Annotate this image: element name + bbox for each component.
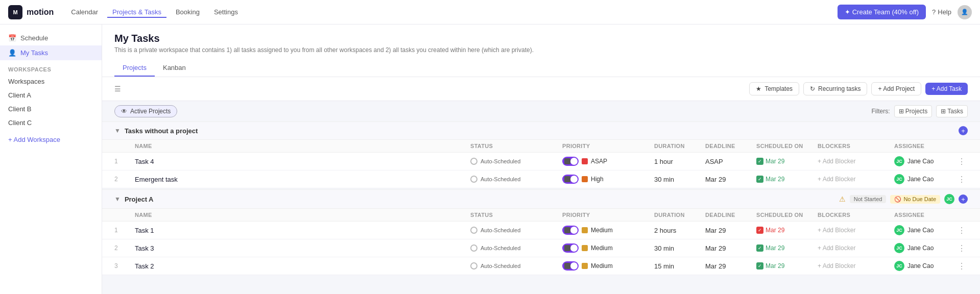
row-num-2: 2 [114, 176, 135, 183]
more-button[interactable]: ⋮ [955, 175, 968, 184]
sidebar-item-schedule[interactable]: 📅 Schedule [0, 31, 102, 45]
status-cell: Auto-Scheduled [470, 158, 562, 165]
more-button[interactable]: ⋮ [955, 157, 968, 166]
status-cell: Auto-Scheduled [470, 244, 562, 252]
priority-flag [582, 158, 588, 164]
toggle-switch[interactable] [562, 157, 579, 166]
more-button[interactable]: ⋮ [955, 261, 968, 271]
col-name-pa: Name [135, 212, 470, 218]
more-button[interactable]: ⋮ [955, 243, 968, 253]
sidebar-item-client-c[interactable]: Client C [0, 116, 102, 130]
toggle-switch[interactable] [562, 261, 579, 271]
help-link[interactable]: ? Help [932, 8, 951, 16]
active-projects-filter[interactable]: 👁 Active Projects [114, 105, 177, 117]
blocker-cell[interactable]: + Add Blocker [818, 262, 894, 270]
create-team-button[interactable]: ✦ Create Team (40% off) [838, 5, 926, 19]
status-circle[interactable] [470, 262, 477, 270]
blocker-cell[interactable]: + Add Blocker [818, 244, 894, 252]
refresh-icon: ↻ [810, 85, 815, 92]
task-name[interactable]: Emergent task [135, 176, 178, 183]
task-name[interactable]: Task 2 [135, 262, 154, 270]
task-name[interactable]: Task 1 [135, 227, 154, 234]
toggle-priority-cell: Medium [562, 226, 654, 235]
section-no-project-title: Tasks without a project [125, 127, 198, 135]
status-label: Auto-Scheduled [481, 158, 520, 164]
add-workspace-button[interactable]: + Add Workspace [0, 132, 102, 148]
col-priority: Priority [562, 143, 654, 149]
user-avatar[interactable]: 👤 [958, 5, 972, 19]
blocker-cell[interactable]: + Add Blocker [818, 227, 894, 234]
toolbar: ☰ ★ Templates ↻ Recurring tasks + Add Pr… [102, 77, 980, 101]
more-button[interactable]: ⋮ [955, 226, 968, 235]
section-toggle-project-a[interactable]: ▼ [114, 195, 121, 203]
status-label: Auto-Scheduled [481, 176, 520, 182]
nav-booking[interactable]: Booking [171, 6, 205, 18]
toggle-switch[interactable] [562, 175, 579, 184]
duration-cell: 15 min [654, 262, 705, 270]
col-blockers-pa: Blockers [818, 212, 894, 218]
status-cell: Auto-Scheduled [470, 176, 562, 183]
filter-tasks-button[interactable]: ⊞ Tasks [936, 105, 968, 117]
row-num: 1 [114, 227, 135, 234]
section-toggle-no-project[interactable]: ▼ [114, 127, 121, 134]
tab-projects[interactable]: Projects [114, 60, 155, 77]
nav-settings[interactable]: Settings [209, 6, 243, 18]
col-duration-pa: Duration [654, 212, 705, 218]
scheduled-cell: ✓ Mar 29 [756, 262, 818, 270]
logo-icon: M [8, 5, 22, 19]
filters-right: Filters: ⊞ Projects ⊞ Tasks [872, 105, 968, 117]
app-name: motion [27, 8, 54, 17]
blocker-cell[interactable]: + Add Blocker [818, 176, 894, 183]
table-header-no-project: Name Status Priority Duration Deadline S… [102, 140, 980, 153]
toggle-switch[interactable] [562, 243, 579, 253]
scheduled-value: Mar 29 [766, 244, 784, 252]
toggle-priority-cell: High [562, 175, 654, 184]
nav-calendar[interactable]: Calendar [66, 6, 103, 18]
priority-cell: Medium [582, 262, 613, 270]
filter-projects-button[interactable]: ⊞ Projects [894, 105, 933, 117]
scheduled-value: Mar 29 [766, 158, 784, 165]
check-icon: ✓ [756, 262, 763, 270]
status-circle[interactable] [470, 158, 477, 165]
section-add-button-project-a[interactable]: + [959, 194, 968, 204]
toggle-icon [564, 158, 570, 164]
col-priority-pa: Priority [562, 212, 654, 218]
scheduled-cell: ✓ Mar 29 [756, 244, 818, 252]
recurring-tasks-button[interactable]: ↻ Recurring tasks [803, 82, 867, 95]
task-name[interactable]: Task 3 [135, 244, 154, 252]
priority-label: Medium [591, 262, 613, 270]
col-name: Name [135, 143, 470, 149]
col-deadline: Deadline [705, 143, 756, 149]
blocker-cell[interactable]: + Add Blocker [818, 158, 894, 165]
assignee-name: Jane Cao [907, 262, 934, 270]
nav-projects-tasks[interactable]: Projects & Tasks [107, 6, 166, 18]
assignee-avatar: JC [894, 243, 904, 253]
task-name[interactable]: Task 4 [135, 158, 154, 165]
deadline-cell: Mar 29 [705, 176, 756, 183]
add-project-button[interactable]: + Add Project [871, 82, 921, 95]
section-add-button-no-project[interactable]: + [959, 126, 968, 135]
deadline-value: Mar 29 [705, 262, 726, 270]
sidebar-item-workspaces[interactable]: Workspaces [0, 75, 102, 88]
sidebar-item-my-tasks[interactable]: 👤 My Tasks [0, 45, 102, 60]
status-circle[interactable] [470, 176, 477, 183]
scheduled-cell: ✓ Mar 29 [756, 158, 818, 165]
add-task-button[interactable]: + Add Task [925, 83, 968, 95]
app-logo[interactable]: M motion [8, 5, 54, 19]
priority-label: ASAP [591, 158, 607, 165]
assignee-avatar: JC [894, 225, 904, 235]
sidebar-item-client-a[interactable]: Client A [0, 88, 102, 102]
status-circle[interactable] [470, 227, 477, 234]
templates-button[interactable]: ★ Templates [749, 82, 799, 95]
toggle-switch[interactable] [562, 226, 579, 235]
sidebar-item-client-b[interactable]: Client B [0, 102, 102, 116]
status-label: Auto-Scheduled [481, 245, 520, 251]
toggle-knob [570, 227, 578, 234]
tab-kanban[interactable]: Kanban [155, 60, 194, 77]
task-name-cell: Task 2 [135, 262, 470, 270]
status-circle[interactable] [470, 244, 477, 252]
duration-cell: 1 hour [654, 158, 705, 165]
workspaces-section-label: Workspaces [0, 60, 102, 75]
hamburger-icon[interactable]: ☰ [114, 85, 121, 93]
filter-bar: 👁 Active Projects Filters: ⊞ Projects ⊞ … [102, 101, 980, 121]
